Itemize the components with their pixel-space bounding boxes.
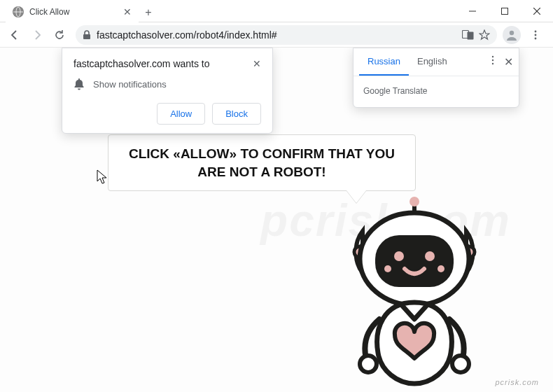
block-button[interactable]: Block bbox=[212, 103, 261, 125]
kebab-menu-icon[interactable] bbox=[525, 24, 546, 46]
robot-illustration bbox=[335, 196, 494, 392]
translate-icon[interactable] bbox=[462, 29, 475, 41]
address-bar[interactable]: fastcaptchasolver.com/robot4/index.html# bbox=[76, 25, 497, 45]
svg-point-25 bbox=[384, 265, 391, 272]
allow-button[interactable]: Allow bbox=[157, 103, 205, 125]
globe-icon bbox=[13, 6, 24, 18]
svg-point-18 bbox=[410, 197, 419, 206]
svg-point-15 bbox=[492, 59, 493, 61]
watermark-small: pcrisk.com bbox=[495, 378, 539, 386]
omnibox-actions bbox=[462, 29, 490, 41]
translate-brand: Google Translate bbox=[354, 76, 519, 107]
page-content: pcrisk.com fastcaptchasolver.com wants t… bbox=[0, 48, 553, 392]
profile-avatar[interactable] bbox=[503, 26, 521, 44]
tab-title: Click Allow bbox=[29, 7, 118, 17]
browser-tab[interactable]: Click Allow ✕ bbox=[6, 1, 139, 22]
new-tab-button[interactable]: + bbox=[139, 3, 158, 22]
window-close-button[interactable] bbox=[521, 0, 553, 22]
tab-close-button[interactable]: ✕ bbox=[123, 6, 132, 18]
page-headline: CLICK «ALLOW» TO CONFIRM THAT YOU ARE NO… bbox=[121, 145, 402, 181]
page-speech-bubble: CLICK «ALLOW» TO CONFIRM THAT YOU ARE NO… bbox=[108, 134, 416, 191]
svg-point-23 bbox=[394, 251, 404, 261]
lock-icon bbox=[83, 30, 91, 40]
svg-point-27 bbox=[360, 356, 377, 372]
translate-options-icon[interactable] bbox=[489, 55, 497, 69]
mouse-cursor-icon bbox=[97, 169, 108, 185]
window-minimize-button[interactable] bbox=[456, 0, 489, 22]
svg-point-14 bbox=[492, 56, 493, 57]
forward-button[interactable] bbox=[27, 24, 48, 46]
robot-icon bbox=[335, 196, 494, 392]
svg-point-13 bbox=[535, 37, 537, 39]
translate-tab-english[interactable]: English bbox=[409, 48, 456, 76]
notification-dialog-title: fastcaptchasolver.com wants to bbox=[74, 58, 210, 69]
url-text: fastcaptchasolver.com/robot4/index.html# bbox=[97, 29, 456, 41]
translate-tab-russian[interactable]: Russian bbox=[359, 48, 409, 76]
browser-toolbar: fastcaptchasolver.com/robot4/index.html# bbox=[0, 22, 553, 48]
notification-dialog-close[interactable]: ✕ bbox=[253, 58, 261, 69]
svg-rect-1 bbox=[502, 8, 508, 14]
svg-point-28 bbox=[452, 356, 469, 372]
svg-point-12 bbox=[535, 34, 537, 36]
svg-rect-22 bbox=[375, 235, 454, 287]
svg-point-24 bbox=[425, 251, 435, 261]
svg-rect-7 bbox=[83, 34, 90, 39]
tab-strip: Click Allow ✕ + bbox=[6, 0, 158, 22]
star-icon[interactable] bbox=[479, 29, 490, 41]
window-controls bbox=[456, 0, 553, 22]
translate-close-icon[interactable]: ✕ bbox=[504, 55, 513, 69]
svg-rect-9 bbox=[468, 31, 474, 39]
notification-permission-dialog: fastcaptchasolver.com wants to ✕ Show no… bbox=[62, 48, 273, 134]
svg-point-16 bbox=[492, 63, 493, 64]
back-button[interactable] bbox=[4, 24, 25, 46]
svg-point-26 bbox=[438, 265, 444, 272]
translate-dialog: Russian English ✕ Google Translate bbox=[353, 48, 519, 108]
svg-point-10 bbox=[510, 30, 514, 34]
svg-point-11 bbox=[535, 30, 537, 32]
window-maximize-button[interactable] bbox=[489, 0, 521, 22]
notification-permission-label: Show notifications bbox=[93, 79, 167, 90]
reload-button[interactable] bbox=[49, 24, 70, 46]
bell-icon bbox=[74, 78, 85, 90]
